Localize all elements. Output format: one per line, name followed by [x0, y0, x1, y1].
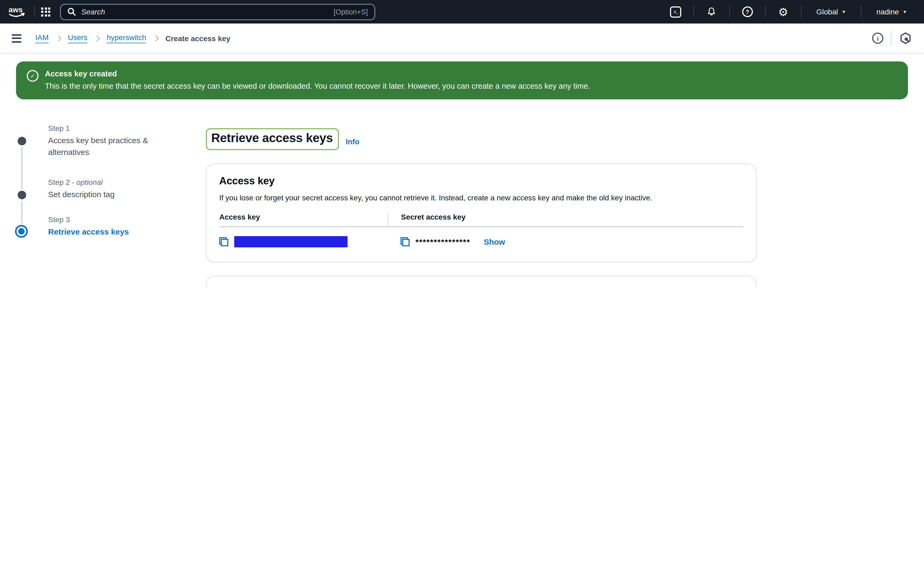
table-header-row: Access key Secret access key	[219, 213, 743, 227]
topbar-actions: >_ ? ⚙ Global▼ nadine▼	[664, 4, 916, 20]
side-menu-toggle[interactable]	[12, 34, 21, 42]
step-2-title[interactable]: Set description tag	[48, 189, 151, 200]
breadcrumb-bar: IAM Users hyperswitch Create access key …	[0, 24, 924, 53]
region-selector[interactable]: Global▼	[808, 8, 855, 16]
access-key-card: Access key If you lose or forget your se…	[206, 163, 757, 262]
breadcrumb-current: Create access key	[165, 34, 231, 42]
show-secret-link[interactable]: Show	[484, 237, 505, 246]
divider	[729, 5, 730, 18]
search-icon	[67, 8, 76, 16]
breadcrumb-link-hyperswitch[interactable]: hyperswitch	[107, 33, 146, 43]
step-3-active-dot	[16, 227, 26, 236]
help-button[interactable]: ?	[736, 4, 759, 20]
settings-button[interactable]: ⚙	[772, 4, 794, 20]
success-banner: ✓ Access key created This is the only ti…	[16, 61, 908, 99]
secret-key-value-cell: *************** Show	[388, 236, 505, 247]
divider	[765, 5, 766, 18]
caret-down-icon: ▼	[903, 9, 907, 14]
page-header: Retrieve access keys Info	[206, 128, 757, 150]
aws-logo[interactable]: aws	[8, 5, 28, 19]
top-navigation-bar: aws [Option+S] >_	[0, 0, 924, 24]
page-title: Retrieve access keys	[211, 131, 333, 145]
search-bar[interactable]: [Option+S]	[60, 3, 375, 20]
best-practices-title: Access key best practices	[219, 287, 743, 288]
search-input[interactable]	[80, 7, 334, 16]
column-header-secret-access-key: Secret access key	[388, 213, 743, 227]
divider	[801, 5, 801, 18]
account-menu[interactable]: nadine▼	[868, 8, 916, 16]
chevron-right-icon	[94, 35, 100, 41]
page-title-highlight-box: Retrieve access keys	[206, 128, 339, 150]
table-row: *************** Show	[219, 236, 743, 251]
notifications-button[interactable]	[700, 4, 723, 20]
access-key-card-description: If you lose or forget your secret access…	[219, 192, 679, 203]
access-key-value-cell	[219, 236, 388, 247]
banner-message: This is the only time that the secret ac…	[45, 82, 590, 90]
table-header-rule	[219, 227, 743, 227]
copy-icon[interactable]	[401, 237, 410, 246]
best-practices-card: Access key best practices Never store yo…	[206, 276, 757, 288]
step-2-dot	[18, 191, 26, 199]
divider	[861, 5, 861, 18]
step-3-label: Step 3	[48, 215, 151, 224]
banner-text: Access key created This is the only time…	[45, 69, 590, 90]
banner-title: Access key created	[45, 69, 590, 78]
access-key-redacted-value	[234, 236, 347, 247]
breadcrumb-link-iam[interactable]: IAM	[35, 33, 48, 43]
wizard-steps-nav: Step 1 Access key best practices & alter…	[18, 124, 151, 238]
access-key-table: Access key Secret access key ***********…	[219, 213, 743, 251]
secret-key-masked-value: ***************	[415, 237, 470, 246]
wizard-step-1: Step 1 Access key best practices & alter…	[18, 124, 151, 158]
breadcrumb: IAM Users hyperswitch Create access key	[35, 33, 231, 43]
bell-icon	[706, 6, 717, 17]
chevron-right-icon	[153, 35, 159, 41]
gear-icon: ⚙	[778, 6, 788, 18]
info-panel-icon[interactable]: i	[872, 32, 884, 44]
amazon-q-icon[interactable]	[899, 32, 912, 45]
divider	[34, 5, 35, 18]
breadcrumb-tools: i	[872, 31, 912, 45]
search-shortcut-hint: [Option+S]	[334, 8, 368, 16]
caret-down-icon: ▼	[842, 9, 846, 14]
divider	[891, 31, 892, 45]
aws-console-page: aws [Option+S] >_	[0, 0, 924, 288]
column-header-access-key: Access key	[219, 213, 388, 227]
svg-text:aws: aws	[8, 6, 23, 14]
cloudshell-button[interactable]: >_	[664, 4, 687, 20]
step-1-dot	[18, 137, 26, 145]
main-content: Retrieve access keys Info Access key If …	[206, 128, 757, 288]
divider	[693, 5, 694, 18]
services-grid-icon[interactable]	[41, 7, 50, 16]
cloudshell-terminal-icon: >_	[670, 6, 681, 18]
chevron-right-icon	[55, 35, 61, 41]
step-3-title[interactable]: Retrieve access keys	[48, 226, 151, 238]
wizard-step-3: Step 3 Retrieve access keys	[18, 215, 151, 238]
step-1-title[interactable]: Access key best practices & alternatives	[48, 135, 151, 158]
step-2-label: Step 2 - optional	[48, 178, 151, 187]
info-link[interactable]: Info	[346, 137, 359, 150]
breadcrumb-link-users[interactable]: Users	[68, 33, 87, 43]
check-circle-icon: ✓	[27, 70, 39, 82]
step-1-label: Step 1	[48, 124, 151, 132]
access-key-card-title: Access key	[219, 175, 743, 187]
question-icon: ?	[742, 6, 753, 17]
copy-icon[interactable]	[219, 237, 228, 246]
wizard-step-2: Step 2 - optional Set description tag	[18, 178, 151, 200]
